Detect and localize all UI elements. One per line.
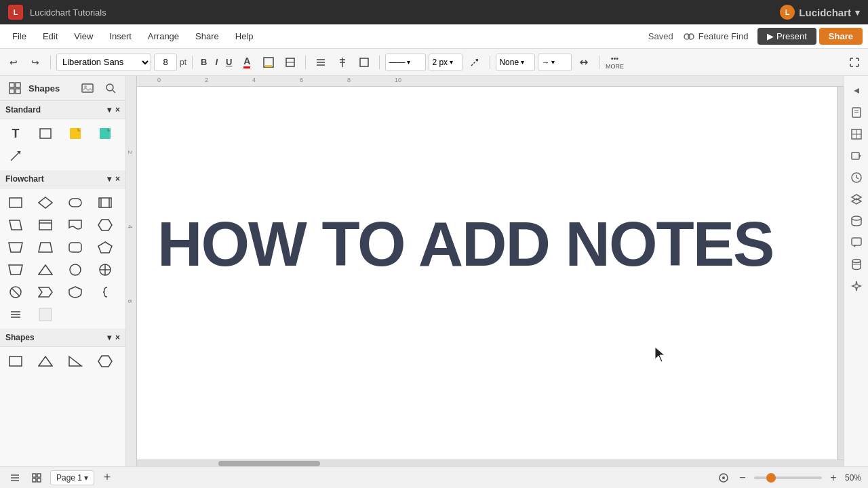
right-database-icon[interactable] [847, 255, 866, 274]
fc-note[interactable] [34, 304, 57, 325]
flowchart-section-header[interactable]: Flowchart ▾ × [0, 170, 125, 188]
zoom-in-button[interactable]: + [826, 470, 841, 485]
right-data-icon[interactable] [847, 211, 866, 230]
fc-trapezoid[interactable] [4, 237, 27, 258]
zoom-out-button[interactable]: − [735, 470, 750, 485]
present-button[interactable]: ▶ Present [757, 28, 816, 45]
grid-view-button[interactable] [28, 470, 45, 486]
connector-button[interactable] [465, 53, 484, 72]
right-chat-icon[interactable] [847, 233, 866, 252]
reverse-button[interactable] [574, 53, 593, 72]
fc-manual[interactable] [4, 260, 27, 280]
zoom-slider[interactable] [754, 476, 822, 479]
vertical-scrollbar[interactable] [837, 87, 844, 460]
scroll-thumb[interactable] [218, 461, 320, 466]
canvas-content[interactable]: HOW TO ADD NOTES [137, 87, 844, 466]
sh-right-triangle[interactable] [64, 351, 87, 371]
fc-cross[interactable] [94, 260, 117, 280]
line-style-dropdown[interactable]: ——▾ [385, 54, 426, 71]
sh-triangle[interactable] [34, 351, 57, 371]
right-table-icon[interactable] [847, 125, 866, 144]
menu-share[interactable]: Share [189, 28, 226, 44]
menu-help[interactable]: Help [229, 28, 260, 44]
font-size-input[interactable] [154, 54, 177, 71]
arrow-start-dropdown[interactable]: None▾ [496, 54, 535, 71]
arrow-end-dropdown[interactable]: →▾ [538, 54, 572, 71]
zoom-controls: − + 50% [716, 470, 861, 485]
italic-button[interactable]: I [212, 56, 220, 68]
fc-circle[interactable] [64, 260, 87, 280]
menu-view[interactable]: View [67, 28, 100, 44]
fullscreen-button[interactable] [845, 53, 864, 72]
svg-marker-66 [854, 88, 859, 94]
fill-color-button[interactable] [259, 53, 278, 72]
more-button[interactable]: ••• MORE [605, 53, 624, 72]
shape-note-yellow[interactable] [64, 123, 87, 144]
more-label: MORE [606, 63, 624, 70]
sh-rect[interactable] [4, 351, 27, 371]
fc-forbidden[interactable] [4, 282, 27, 302]
shapes-close-icon[interactable]: × [115, 333, 120, 342]
image-panel-button[interactable] [78, 79, 97, 98]
right-clock-icon[interactable] [847, 168, 866, 187]
svg-line-55 [12, 288, 20, 296]
shapes-section-header[interactable]: Shapes ▾ × [0, 329, 125, 347]
flowchart-close-icon[interactable]: × [115, 174, 120, 184]
fc-lines[interactable] [4, 304, 27, 325]
fc-pentagon[interactable] [94, 237, 117, 258]
fc-decision[interactable] [34, 192, 57, 213]
fc-parallelogram[interactable] [4, 215, 27, 235]
underline-button[interactable]: U [223, 56, 235, 68]
page-selector[interactable]: Page 1 ▾ [50, 470, 94, 485]
highlight-button[interactable] [281, 53, 300, 72]
menu-insert[interactable]: Insert [102, 28, 138, 44]
fc-brace-left[interactable] [94, 282, 117, 302]
fc-hexagon[interactable] [94, 215, 117, 235]
shape-note-teal[interactable] [94, 123, 117, 144]
fc-terminal[interactable] [64, 192, 87, 213]
shape-arrow[interactable] [4, 146, 27, 166]
feature-find-button[interactable]: Feature Find [676, 28, 755, 45]
share-button[interactable]: Share [819, 28, 863, 45]
sh-hexagon[interactable] [94, 351, 117, 371]
logo-arrow[interactable]: ▾ [855, 7, 860, 18]
menu-edit[interactable]: Edit [36, 28, 64, 44]
right-layers-icon[interactable] [847, 190, 866, 209]
fc-shield[interactable] [64, 282, 87, 302]
standard-close-icon[interactable]: × [115, 105, 120, 115]
list-view-button[interactable] [7, 470, 23, 486]
bold-button[interactable]: B [198, 56, 210, 68]
search-shapes-button[interactable] [101, 79, 120, 98]
fc-predefined[interactable] [94, 192, 117, 213]
fc-triangle[interactable] [34, 260, 57, 280]
valign-button[interactable] [333, 53, 352, 72]
fc-data[interactable] [34, 215, 57, 235]
fc-trapezoid2[interactable] [34, 237, 57, 258]
right-video-icon[interactable] [847, 146, 866, 165]
menu-arrange[interactable]: Arrange [141, 28, 186, 44]
fc-process[interactable] [4, 192, 27, 213]
standard-section-header[interactable]: Standard ▾ × [0, 101, 125, 119]
standard-expand-icon: ▾ [107, 105, 111, 115]
shape-text[interactable]: T [4, 123, 27, 144]
separator-2 [192, 56, 193, 69]
fc-chevron[interactable] [34, 282, 57, 302]
menu-file[interactable]: File [5, 28, 33, 44]
undo-button[interactable]: ↩ [4, 53, 23, 72]
right-page-icon[interactable] [847, 103, 866, 122]
align-button[interactable] [311, 53, 330, 72]
right-sparkle-icon[interactable] [847, 277, 866, 296]
right-collapse-icon[interactable] [847, 81, 866, 100]
fc-rounded-rect[interactable] [64, 237, 87, 258]
more-dots-icon: ••• [611, 54, 619, 62]
shape-rectangle[interactable] [34, 123, 57, 144]
fc-document[interactable] [64, 215, 87, 235]
horizontal-scrollbar[interactable] [137, 460, 844, 466]
line-weight-dropdown[interactable]: 2 px▾ [429, 54, 462, 71]
fit-view-button[interactable] [716, 470, 731, 485]
font-selector[interactable]: Liberation Sans [56, 54, 151, 71]
border-button[interactable] [355, 53, 374, 72]
add-page-button[interactable]: + [100, 470, 115, 485]
redo-button[interactable]: ↪ [26, 53, 45, 72]
text-color-button[interactable]: A [237, 53, 256, 72]
